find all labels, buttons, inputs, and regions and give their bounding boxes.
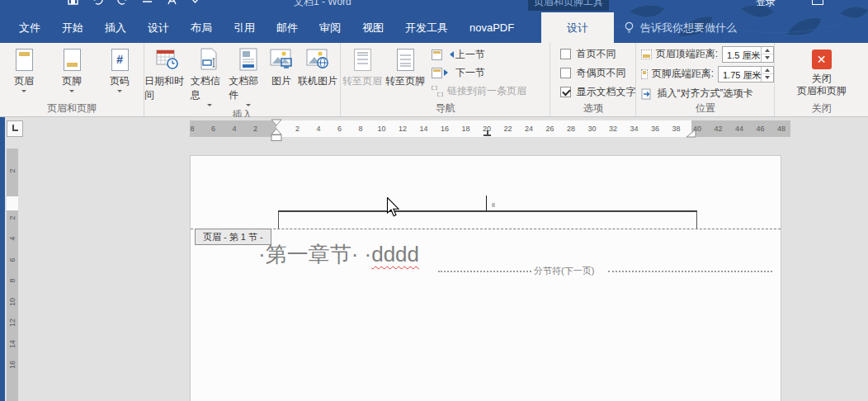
ruler-number: 6 <box>211 125 215 133</box>
header-text[interactable]: ·第一章节· ·dddd <box>258 240 419 269</box>
ruler-number: 4 <box>316 125 320 133</box>
tab-headerfooter-design-active[interactable]: 设计 <box>541 12 614 43</box>
tab-view[interactable]: 视图 <box>351 12 394 43</box>
tab-references[interactable]: 引用 <box>223 12 266 43</box>
goto-footer-button[interactable]: 转至页脚 <box>384 43 427 88</box>
tab-home[interactable]: 开始 <box>51 12 94 43</box>
checkbox-unchecked-icon[interactable] <box>560 68 571 78</box>
show-document-text-checkbox[interactable]: 显示文档文字 <box>560 84 635 100</box>
different-first-page-checkbox[interactable]: 首页不同 <box>560 46 635 62</box>
different-odd-even-checkbox[interactable]: 奇偶页不同 <box>560 65 635 81</box>
ruler-number: 28 <box>567 125 575 133</box>
ruler-number: 2 <box>8 165 17 177</box>
header-from-top-icon <box>641 50 651 59</box>
sign-in-label[interactable]: 登录 <box>756 0 776 9</box>
ruler-number: 6 <box>337 125 342 133</box>
tab-developer[interactable]: 开发工具 <box>394 12 459 43</box>
redo-icon[interactable] <box>117 0 128 5</box>
next-section-button[interactable]: 下一节 <box>432 64 526 81</box>
tab-mailings[interactable]: 邮件 <box>266 12 309 43</box>
ruler-number: 6 <box>8 254 17 266</box>
title-and-tab-bar: 文档1 - Word 登录 页眉和页脚工具 文件 开始 插入 设计 布局 引用 … <box>0 0 868 43</box>
online-pictures-button[interactable]: 联机图片 <box>295 43 340 88</box>
ruler-number: 42 <box>714 125 722 133</box>
footer-icon <box>64 46 81 73</box>
group-label: 位置 <box>636 102 774 116</box>
ruler-header-area <box>7 196 18 210</box>
alignment-tab-icon <box>641 88 653 100</box>
ruler-number: 8 <box>8 275 17 286</box>
spin-buttons[interactable] <box>761 47 773 62</box>
header-button[interactable]: 页眉 <box>0 43 48 95</box>
left-tab-stop-icon <box>12 125 18 131</box>
qat-customize-icon[interactable] <box>191 0 199 5</box>
vertical-ruler[interactable]: 2246810121416 <box>7 149 18 401</box>
quick-access-toolbar[interactable] <box>68 0 199 5</box>
ruler-number: 4 <box>8 233 17 244</box>
footer-from-bottom-icon <box>641 69 647 79</box>
ruler-number: 46 <box>756 125 764 133</box>
pictures-icon <box>270 46 293 73</box>
previous-section-icon <box>432 50 442 60</box>
previous-section-button[interactable]: 上一节 <box>432 46 526 63</box>
tab-file[interactable]: 文件 <box>8 12 51 43</box>
section-break-dots <box>608 271 772 272</box>
ruler-number: 8 <box>190 125 194 133</box>
spin-buttons[interactable] <box>761 67 773 82</box>
undo-icon[interactable] <box>92 0 103 5</box>
tab-novapdf[interactable]: novaPDF <box>459 12 525 43</box>
ruler-number: 2 <box>8 212 17 224</box>
online-pictures-icon <box>306 46 329 73</box>
insert-alignment-tab-button[interactable]: 插入“对齐方式”选项卡 <box>641 85 774 102</box>
footer-from-bottom-spinner[interactable]: 1.75 厘米 <box>718 66 774 83</box>
header-from-top-spinner[interactable]: 1.5 厘米 <box>722 46 774 63</box>
checkbox-checked-icon[interactable] <box>560 87 571 97</box>
save-icon[interactable] <box>68 0 78 5</box>
ruler-number: 30 <box>587 125 596 133</box>
goto-header-button: 转至页眉 <box>341 43 384 88</box>
close-header-footer-button[interactable]: ✕ 关闭 页眉和页脚 <box>775 43 868 102</box>
document-page[interactable]: 页眉 - 第 1 节 - ·第一章节· ·dddd 分节符(下一页) <box>190 155 781 401</box>
ruler-number: 48 <box>777 125 785 133</box>
window-control-icon[interactable] <box>812 0 823 5</box>
tab-review[interactable]: 审阅 <box>309 12 351 43</box>
group-position: 页眉顶端距离: 1.5 厘米 页脚底端距离: 1.75 厘米 <box>636 43 775 116</box>
tell-me-box[interactable]: 告诉我你想要做什么 <box>624 12 737 43</box>
header-icon <box>16 46 33 73</box>
header-from-top-row: 页眉顶端距离: 1.5 厘米 <box>641 45 774 63</box>
touch-mode-icon[interactable] <box>142 0 153 5</box>
ribbon-tab-bar: 文件 开始 插入 设计 布局 引用 邮件 审阅 视图 开发工具 novaPDF <box>8 12 525 43</box>
ruler-number: 40 <box>693 125 701 133</box>
pictures-button[interactable]: 图片 <box>267 43 295 88</box>
misspelled-word[interactable]: dddd <box>371 242 419 267</box>
tab-design[interactable]: 设计 <box>137 12 180 43</box>
tab-stop-selector[interactable] <box>7 120 23 137</box>
window-title: 文档1 - Word <box>294 0 351 9</box>
format-icon[interactable] <box>167 0 177 5</box>
indent-markers-icon[interactable] <box>270 118 283 143</box>
dropdown-caret-icon <box>69 90 74 95</box>
ruler-number: 16 <box>441 125 449 133</box>
tab-insert[interactable]: 插入 <box>94 12 137 43</box>
date-time-button[interactable]: 日期和时间 <box>144 43 191 102</box>
quick-parts-button[interactable]: 文档部件 <box>229 43 267 109</box>
close-red-x-icon: ✕ <box>812 50 832 69</box>
lightbulb-icon <box>624 21 634 34</box>
horizontal-ruler[interactable]: 8642246810121416182022242628303234363840… <box>190 120 790 137</box>
ruler-number: 18 <box>461 125 469 133</box>
group-label: 导航 <box>341 102 550 116</box>
goto-footer-icon <box>397 46 414 73</box>
footer-from-bottom-row: 页脚底端距离: 1.75 厘米 <box>641 65 774 83</box>
footer-button[interactable]: 页脚 <box>48 43 96 95</box>
quick-parts-icon <box>238 46 258 73</box>
tab-layout[interactable]: 布局 <box>180 12 223 43</box>
text-box-shape[interactable] <box>278 210 697 229</box>
ruler-number: 44 <box>735 125 743 133</box>
ruler-number: 20 <box>483 125 491 133</box>
page-number-button[interactable]: # 页码 <box>96 43 144 95</box>
ruler-number: 34 <box>630 125 638 133</box>
ruler-number: 14 <box>8 338 17 350</box>
document-info-button[interactable]: 文档信息 <box>191 43 229 109</box>
link-to-previous-icon <box>432 86 443 97</box>
checkbox-unchecked-icon[interactable] <box>560 49 571 59</box>
